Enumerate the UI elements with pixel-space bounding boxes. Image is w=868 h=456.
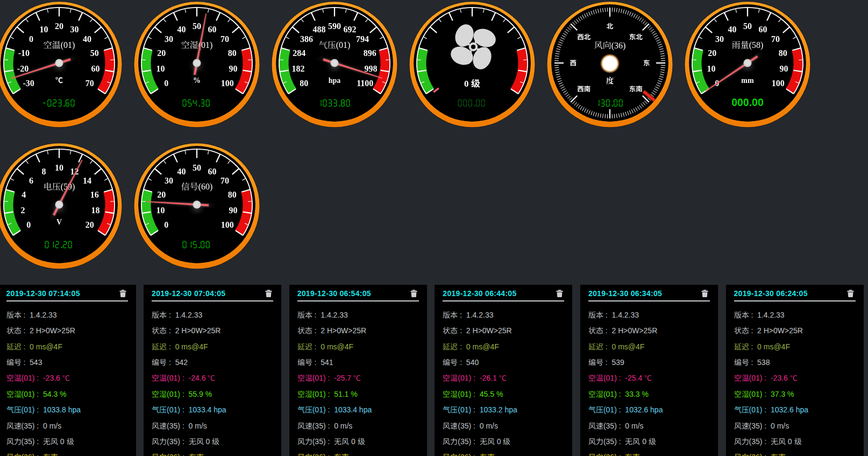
svg-text:20: 20 <box>157 190 166 199</box>
svg-text:100: 100 <box>772 79 785 88</box>
svg-text:284: 284 <box>293 48 305 58</box>
svg-text:(36): (36) <box>611 41 626 51</box>
svg-text:-30: -30 <box>23 79 34 88</box>
svg-text:40: 40 <box>728 25 736 34</box>
svg-text:70: 70 <box>220 34 229 44</box>
svg-text:60: 60 <box>759 25 767 34</box>
svg-text:40: 40 <box>177 25 186 34</box>
svg-text:60: 60 <box>208 166 217 176</box>
svg-text:386: 386 <box>300 34 313 44</box>
svg-text:8: 8 <box>42 166 46 176</box>
svg-text:50: 50 <box>193 22 201 31</box>
svg-text:(58): (58) <box>749 40 764 50</box>
svg-text:10: 10 <box>156 206 165 215</box>
svg-text:20: 20 <box>86 220 94 229</box>
svg-text:30: 30 <box>70 25 79 34</box>
svg-text:40: 40 <box>177 166 186 176</box>
svg-text:794: 794 <box>356 34 369 44</box>
svg-text:18: 18 <box>91 206 100 215</box>
svg-text:998: 998 <box>365 64 378 73</box>
svg-text:100: 100 <box>221 79 234 88</box>
svg-text:10: 10 <box>707 64 716 73</box>
svg-text:10: 10 <box>40 25 48 34</box>
svg-text:70: 70 <box>220 176 229 185</box>
svg-text:mm: mm <box>741 76 754 85</box>
svg-text:90: 90 <box>780 64 788 73</box>
svg-text:50: 50 <box>193 163 201 172</box>
svg-text:2: 2 <box>21 206 25 215</box>
svg-text:692: 692 <box>344 25 357 34</box>
svg-text:30: 30 <box>165 34 173 44</box>
svg-text:4: 4 <box>22 190 26 199</box>
svg-text:hpa: hpa <box>329 76 341 85</box>
svg-text:590: 590 <box>328 22 341 31</box>
svg-text:14: 14 <box>83 176 91 185</box>
svg-text:0: 0 <box>27 220 31 229</box>
svg-text:80: 80 <box>300 79 308 88</box>
svg-text:0: 0 <box>464 79 469 89</box>
svg-text:0: 0 <box>164 220 168 229</box>
svg-text:20: 20 <box>157 48 166 58</box>
svg-text:1100: 1100 <box>357 79 373 88</box>
svg-text:20: 20 <box>55 22 63 31</box>
svg-text:%: % <box>193 76 201 85</box>
svg-text:90: 90 <box>229 64 238 73</box>
svg-text:60: 60 <box>91 64 100 73</box>
svg-text:10: 10 <box>55 163 63 172</box>
svg-text:-20: -20 <box>17 64 29 73</box>
svg-text:30: 30 <box>165 176 173 185</box>
svg-text:40: 40 <box>83 34 91 44</box>
svg-text:10: 10 <box>156 64 165 73</box>
svg-text:70: 70 <box>771 34 780 44</box>
svg-text:(01): (01) <box>61 40 75 50</box>
svg-text:50: 50 <box>743 22 752 31</box>
svg-text:80: 80 <box>228 190 237 199</box>
svg-text:100: 100 <box>221 220 234 229</box>
svg-text:V: V <box>56 218 62 226</box>
svg-text:0: 0 <box>30 34 34 44</box>
svg-text:30: 30 <box>715 34 724 44</box>
svg-text:70: 70 <box>86 79 94 88</box>
svg-text:0: 0 <box>164 79 168 88</box>
svg-text:000.00: 000.00 <box>731 96 764 108</box>
svg-text:6: 6 <box>29 176 33 185</box>
svg-text:(60): (60) <box>198 182 213 192</box>
svg-text:(01): (01) <box>336 40 351 50</box>
svg-text:488: 488 <box>312 25 325 34</box>
svg-text:896: 896 <box>364 48 376 58</box>
svg-text:90: 90 <box>229 206 238 215</box>
svg-text:20: 20 <box>708 48 716 58</box>
svg-text:182: 182 <box>292 64 305 73</box>
svg-text:60: 60 <box>208 25 217 34</box>
svg-text:80: 80 <box>779 48 787 58</box>
svg-text:16: 16 <box>90 190 99 199</box>
svg-text:80: 80 <box>228 48 237 58</box>
svg-text:-10: -10 <box>18 48 30 58</box>
svg-text:50: 50 <box>90 48 99 58</box>
